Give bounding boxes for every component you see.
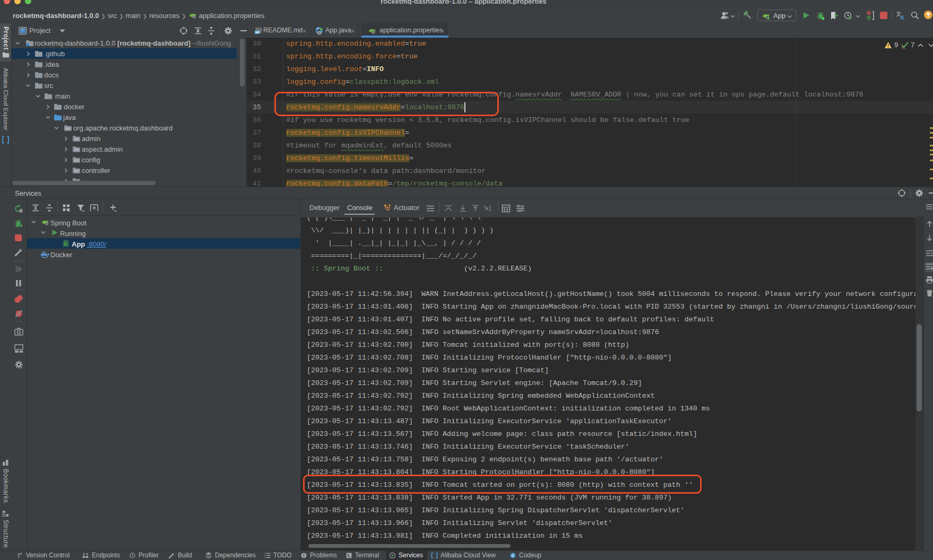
svg-text:MD: MD	[255, 31, 260, 34]
svg-text:A: A	[900, 14, 904, 20]
